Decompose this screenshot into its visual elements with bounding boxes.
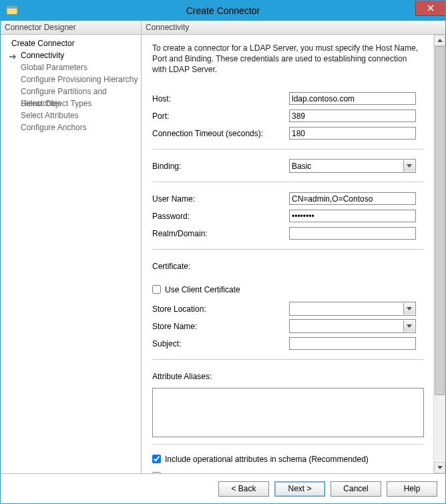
subject-input[interactable] xyxy=(289,337,416,350)
row-realm: Realm/Domain: xyxy=(152,225,427,242)
row-include-extensible: Include extensible attributes in schema xyxy=(152,470,427,473)
realm-label: Realm/Domain: xyxy=(152,229,289,238)
next-button[interactable]: Next > xyxy=(274,481,325,497)
store-name-select[interactable] xyxy=(289,319,416,333)
intro-text: To create a connector for a LDAP Server,… xyxy=(152,43,419,75)
row-subject: Subject: xyxy=(152,335,427,352)
realm-input[interactable] xyxy=(289,227,416,240)
scroll-up-button[interactable] xyxy=(434,35,445,46)
include-extensible-checkbox[interactable] xyxy=(152,472,161,473)
row-certificate-header: Certificate: xyxy=(152,258,427,275)
window: Create Connector Connector Designer Crea… xyxy=(0,0,446,504)
columns: Connector Designer Create Connector Conn… xyxy=(1,21,445,474)
host-label: Host: xyxy=(152,94,289,103)
nav-item-object-types[interactable]: Select Object Types xyxy=(3,97,141,109)
use-client-cert-label: Use Client Certificate xyxy=(165,285,240,294)
port-label: Port: xyxy=(152,111,289,121)
titlebar: Create Connector xyxy=(1,1,445,21)
binding-label: Binding: xyxy=(152,162,289,171)
nav-item-select-attributes[interactable]: Select Attributes xyxy=(3,109,141,121)
nav-item-provisioning-hierarchy[interactable]: Configure Provisioning Hierarchy xyxy=(3,73,141,85)
store-location-select[interactable] xyxy=(289,302,416,316)
include-operational-checkbox[interactable] xyxy=(152,455,161,463)
row-username: User Name: xyxy=(152,190,427,208)
store-location-label: Store Location: xyxy=(152,304,289,314)
port-input[interactable] xyxy=(289,109,416,122)
row-use-client-cert: Use Client Certificate xyxy=(152,283,427,296)
host-input[interactable] xyxy=(289,92,416,105)
nav-list: Create Connector Connectivity Global Par… xyxy=(1,35,141,134)
scroll-down-button[interactable] xyxy=(434,462,445,473)
use-client-cert-checkbox[interactable] xyxy=(152,285,161,294)
nav-item-global-parameters[interactable]: Global Parameters xyxy=(3,61,141,73)
main-panel: Connectivity To create a connector for a… xyxy=(142,21,445,473)
nav-item-create-connector[interactable]: Create Connector xyxy=(3,37,141,49)
row-timeout: Connection Timeout (seconds): xyxy=(152,125,427,142)
dialog-body: Connector Designer Create Connector Conn… xyxy=(1,21,445,503)
row-port: Port: xyxy=(152,107,427,125)
chevron-down-icon xyxy=(403,160,415,172)
row-aliases-header: Attribute Aliases: xyxy=(152,368,427,385)
nav-item-connectivity[interactable]: Connectivity xyxy=(3,49,141,61)
chevron-down-icon xyxy=(403,303,415,314)
include-operational-label: Include operational attributes in schema… xyxy=(165,455,369,464)
sidebar: Connector Designer Create Connector Conn… xyxy=(1,21,142,473)
close-button[interactable] xyxy=(415,1,445,16)
binding-select[interactable]: Basic xyxy=(289,159,416,173)
password-input[interactable] xyxy=(289,210,416,222)
footer: < Back Next > Cancel Help xyxy=(1,474,445,503)
nav-item-partitions-hierarchies[interactable]: Configure Partitions and Hierarchies xyxy=(3,85,141,97)
username-label: User Name: xyxy=(152,194,289,204)
scroll-track[interactable] xyxy=(434,46,445,462)
subject-label: Subject: xyxy=(152,339,289,348)
scroll-thumb[interactable] xyxy=(435,46,445,395)
include-extensible-label: Include extensible attributes in schema xyxy=(165,472,303,473)
back-button[interactable]: < Back xyxy=(218,481,269,497)
row-binding: Binding: Basic xyxy=(152,158,427,175)
binding-value: Basic xyxy=(292,162,311,171)
chevron-down-icon xyxy=(403,320,415,332)
username-input[interactable] xyxy=(289,192,416,205)
password-label: Password: xyxy=(152,212,289,221)
help-button[interactable]: Help xyxy=(387,481,437,497)
row-store-location: Store Location: xyxy=(152,300,427,318)
store-name-label: Store Name: xyxy=(152,322,289,331)
vertical-scrollbar[interactable] xyxy=(433,35,445,473)
aliases-label: Attribute Aliases: xyxy=(152,372,289,381)
cancel-button[interactable]: Cancel xyxy=(330,481,381,497)
aliases-textarea[interactable] xyxy=(152,388,424,437)
row-store-name: Store Name: xyxy=(152,318,427,335)
nav-item-configure-anchors[interactable]: Configure Anchors xyxy=(3,121,141,134)
svg-rect-1 xyxy=(7,6,17,8)
row-host: Host: xyxy=(152,90,427,107)
certificate-label: Certificate: xyxy=(152,262,289,271)
timeout-label: Connection Timeout (seconds): xyxy=(152,129,289,138)
timeout-input[interactable] xyxy=(289,127,416,140)
row-password: Password: xyxy=(152,208,427,225)
window-title: Create Connector xyxy=(1,5,445,16)
main-content: To create a connector for a LDAP Server,… xyxy=(142,35,433,473)
app-icon xyxy=(6,5,18,17)
row-include-operational: Include operational attributes in schema… xyxy=(152,453,427,466)
main-header: Connectivity xyxy=(142,21,445,35)
sidebar-header: Connector Designer xyxy=(1,21,141,35)
